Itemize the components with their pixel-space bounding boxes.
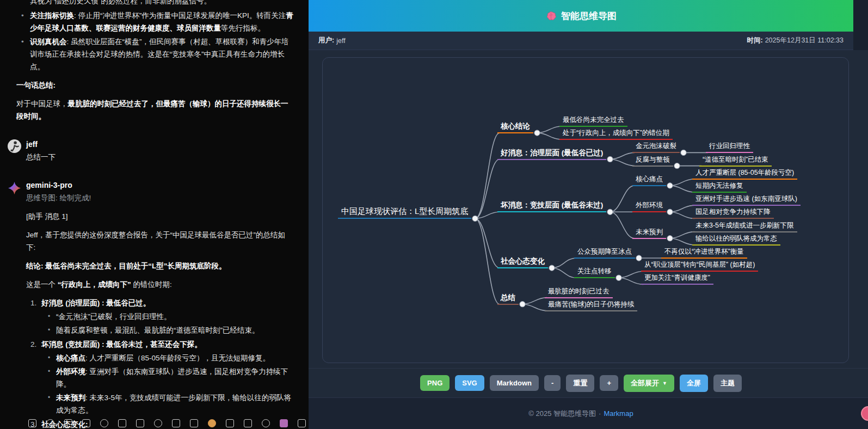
document-icon[interactable] [244,419,252,427]
mindmap-app: 智能思维导图 用户: jeff 时间: 2025年12月31日 11:02:33… [309,0,868,429]
user-label: 用户: [318,36,334,45]
user-message-text: 总结一下 [26,151,294,163]
node-toggle-circle[interactable] [520,302,525,307]
node-toggle-circle[interactable] [616,275,621,280]
mindmap-node[interactable]: 亚洲对手进步迅速 (如东南亚球队) [692,194,801,206]
mindmap-node[interactable]: 核心结论 [497,121,533,133]
mindmap-node[interactable]: 从“职业顶层”转向“民间基层” (如村超) [641,260,758,272]
app-logo-icon[interactable] [280,419,288,427]
chat-scroll-area[interactable]: 其视为“偿还历史欠债”的必然过程，而非新的崩盘信号。关注指标切换: 停止用“冲进… [0,0,309,429]
node-toggle-circle[interactable] [607,156,613,162]
folder-icon[interactable] [208,419,216,427]
mindmap-node[interactable]: 最痛苦(输球)的日子仍将持续 [545,300,637,311]
export-png-button[interactable]: PNG [420,375,450,391]
meta-bar: 用户: jeff 时间: 2025年12月31日 11:02:33 [309,32,853,50]
paragraph: 对于中国足球，最肮脏的时刻已经过去了，但最痛苦（输球）的日子还得持续很长一段时间… [16,97,294,122]
mindmap-node[interactable]: 中国足球现状评估：L型长周期筑底 [338,206,471,219]
assistant-message-body: [助手 消息 1]Jeff，基于您提供的这份深度整合报告，关于“中国足球最低谷是… [26,210,294,429]
node-toggle-circle[interactable] [681,150,686,155]
user-name: jeff [26,139,294,150]
node-toggle-circle[interactable] [607,209,613,214]
paragraph: 这是一个 “行政向上，成绩向下” 的错位时期: [26,278,294,291]
mindmap-node[interactable]: 核心痛点 [632,175,666,186]
image-icon[interactable] [82,419,90,427]
mindmap-node[interactable]: 国足相对竞争力持续下降 [692,207,774,219]
mindmap-node[interactable]: 更加关注“青训健康度” [641,273,713,285]
expand-all-button[interactable]: 全部展开▼ [624,375,674,392]
mindmap-node[interactable]: 处于“行政向上，成绩向下”的错位期 [559,128,673,140]
mindmap-node[interactable]: 反腐与整顿 [632,155,673,167]
mindmap-node[interactable]: 未来3-5年成绩或进一步刷新下限 [692,221,797,232]
mindmap-canvas[interactable]: 中国足球现状评估：L型长周期筑底核心结论最低谷尚未完全过去处于“行政向上，成绩向… [323,58,848,363]
user-icon[interactable] [226,419,234,427]
user-avatar[interactable] [8,139,21,153]
mindmap-node[interactable]: 好消息：治理层面 (最低谷已过) [497,148,606,160]
list-item: “金元泡沫”已破裂，行业回归理性。 [56,310,294,323]
mindmap-node[interactable]: 关注点转移 [574,267,615,278]
save-icon[interactable] [136,419,144,427]
mindmap-node[interactable]: 输给以往的弱队将成为常态 [692,234,780,246]
zoom-in-button[interactable]: + [600,375,618,391]
sub-bullet-list: 核心痛点: 人才严重断层（85-05年龄段亏空），且无法短期修复。外部环境: 亚… [41,352,294,416]
reset-button[interactable]: 重置 [566,375,594,392]
pencil-icon[interactable] [28,419,36,427]
mindmap-node[interactable]: 人才严重断层 (85-05年龄段亏空) [692,168,797,180]
zoom-out-button[interactable]: - [544,375,561,391]
list-item: 关注指标切换: 停止用“冲进世界杯”作为衡量中国足球发展的唯一KPI。转而关注青… [30,9,294,34]
export-markdown-button[interactable]: Markdown [490,375,539,391]
export-svg-button[interactable]: SVG [455,375,484,391]
button-label: + [607,379,611,387]
mindmap-node[interactable]: “道德至暗时刻”已结束 [699,155,772,167]
brain-icon [545,10,557,22]
help-icon[interactable] [154,419,162,427]
app-title: 智能思维导图 [561,10,617,22]
list-item: 识别真机会: 虽然职业层面在“横盘”，但民间赛事（村超、草根联赛）和青少年培训市… [30,35,294,73]
grid-icon[interactable] [262,419,270,427]
speaker-icon[interactable] [64,419,72,427]
plus-icon[interactable] [298,419,306,427]
copyright-text: © 2025 智能思维导图 [528,409,596,419]
eraser-icon[interactable] [46,419,54,427]
markmap-link[interactable]: Markmap [604,409,633,418]
list-item: 外部环境: 亚洲对手（如东南亚球队）进步迅速，国足相对竞争力持续下降。 [56,365,294,390]
theme-button[interactable]: 主题 [713,375,742,392]
clock-icon[interactable] [100,419,108,427]
gemini-icon [8,181,21,195]
mindmap-node[interactable]: 未来预判 [632,228,666,239]
node-toggle-circle[interactable] [667,183,673,188]
mindmap-toolbar: PNGSVGMarkdown-重置+全部展开▼全屏主题 [309,368,868,397]
footer-separator: · [599,409,601,418]
mindmap-node[interactable]: 外部环境 [632,201,666,212]
mindmap-node[interactable]: 不再仅以“冲进世界杯”衡量 [661,247,747,259]
app-footer: © 2025 智能思维导图 · Markmap [309,397,868,429]
home-icon[interactable] [190,419,198,427]
mindmap-container[interactable]: 中国足球现状评估：L型长周期筑底核心结论最低谷尚未完全过去处于“行政向上，成绩向… [322,57,849,363]
mindmap-node[interactable]: 总结 [497,293,519,305]
node-toggle-circle[interactable] [472,216,478,221]
node-toggle-circle[interactable] [674,163,680,168]
mindmap-node[interactable]: 公众预期降至冰点 [574,247,635,259]
paragraph: Jeff，基于您提供的这份深度整合报告，关于“中国足球最低谷是否已过”的总结如下… [26,229,294,254]
paragraph: [助手 消息 1] [26,210,294,223]
list-item: 核心痛点: 人才严重断层（85-05年龄段亏空），且无法短期修复。 [56,352,294,364]
mindmap-node[interactable]: 最肮脏的时刻已过去 [545,287,613,298]
mindmap-node[interactable]: 坏消息：竞技层面 (最低谷未过) [497,200,606,212]
mindmap-node[interactable]: 最低谷尚未完全过去 [559,115,627,127]
mindmap-node[interactable]: 金元泡沫破裂 [632,142,680,153]
assistant-name: gemini-3-pro [26,180,294,191]
node-toggle-circle[interactable] [667,209,673,214]
mindmap-node[interactable]: 短期内无法修复 [692,181,747,193]
chat-input-toolbar [28,419,306,427]
node-toggle-circle[interactable] [534,130,540,136]
mindmap-node[interactable]: 行业回归理性 [706,142,753,153]
mindmap-node[interactable]: 社会心态变化 [497,256,548,268]
button-label: SVG [462,379,477,387]
soccer-player-icon [8,139,21,153]
fullscreen-button[interactable]: 全屏 [680,375,708,392]
scrollbar-gutter[interactable] [853,0,868,50]
button-label: Markdown [497,379,532,387]
node-toggle-circle[interactable] [549,265,555,271]
refresh-icon[interactable] [172,419,180,427]
pin-icon[interactable] [118,419,126,427]
node-toggle-circle[interactable] [667,236,673,241]
